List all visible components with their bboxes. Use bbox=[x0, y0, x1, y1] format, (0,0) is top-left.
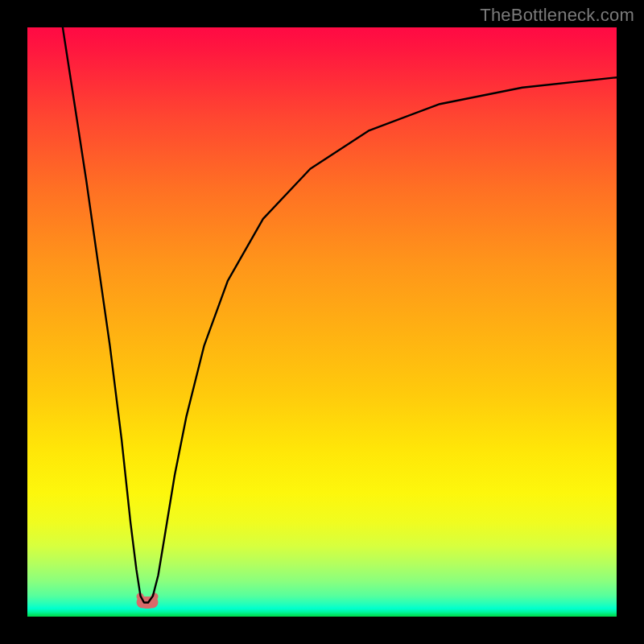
bottleneck-curve bbox=[63, 27, 617, 603]
chart-svg bbox=[27, 27, 617, 617]
chart-frame: TheBottleneck.com bbox=[0, 0, 644, 644]
plot-area bbox=[27, 27, 617, 617]
watermark-text: TheBottleneck.com bbox=[480, 5, 634, 26]
